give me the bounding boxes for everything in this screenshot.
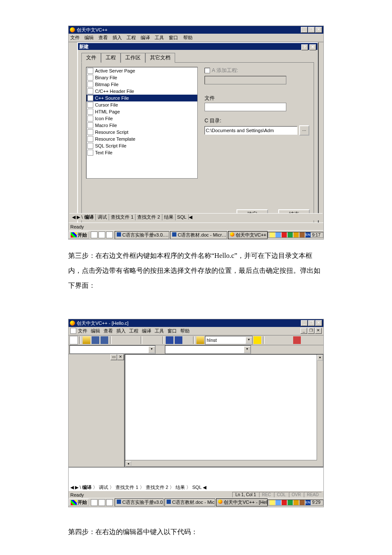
menu-insert[interactable]: 插入	[116, 328, 126, 334]
menu-help[interactable]: 帮助	[183, 35, 193, 40]
workspace-icon[interactable]	[165, 336, 174, 344]
tray-icon[interactable]	[300, 232, 305, 237]
output-tab-find2[interactable]: 查找文件 2	[135, 214, 162, 220]
tray-icon[interactable]	[300, 500, 305, 505]
open-icon[interactable]	[82, 336, 91, 344]
mdi-restore-button[interactable]: ❐	[308, 328, 314, 334]
find-icon[interactable]	[253, 336, 262, 344]
menu-insert[interactable]: 插入	[112, 35, 122, 40]
maximize-button[interactable]: ❐	[308, 320, 315, 326]
project-combo[interactable]	[205, 76, 286, 84]
dialog-close-button[interactable]: ✕	[309, 44, 316, 50]
output-tab-debug[interactable]: 调试	[99, 485, 108, 490]
find-in-files-icon[interactable]	[196, 336, 205, 344]
menu-tools[interactable]: 工具	[155, 35, 164, 40]
menu-view[interactable]: 查看	[98, 35, 108, 40]
menu-build[interactable]: 编译	[141, 35, 150, 40]
network-icon[interactable]	[276, 500, 281, 505]
cut-icon[interactable]	[113, 336, 121, 344]
output-tab-find1[interactable]: 查找文件 1	[109, 214, 135, 220]
ie-icon[interactable]	[91, 231, 98, 238]
go-icon[interactable]	[302, 336, 310, 344]
redo-icon[interactable]	[153, 336, 161, 344]
menu-edit[interactable]: 编辑	[84, 35, 94, 40]
horizontal-scrollbar[interactable]: ◂	[125, 460, 317, 466]
menu-file[interactable]: 文件	[78, 328, 87, 334]
desktop-icon[interactable]	[98, 499, 105, 506]
output-tab-sql[interactable]: SQL	[192, 485, 202, 490]
mdi-close-button[interactable]: ✕	[315, 328, 322, 334]
save-all-icon[interactable]	[100, 336, 109, 344]
output-tab-results[interactable]: 结果	[162, 214, 176, 220]
menu-view[interactable]: 查看	[104, 328, 113, 334]
menu-build[interactable]: 编译	[142, 328, 151, 334]
media-icon[interactable]	[106, 231, 113, 238]
tab-file[interactable]: 文件	[81, 53, 101, 63]
mdi-minimize-button[interactable]: _	[300, 328, 307, 334]
tray-icon[interactable]	[282, 232, 287, 237]
find-combo[interactable]: hInst ▾	[205, 336, 253, 344]
compile-icon[interactable]	[266, 336, 274, 344]
menu-project[interactable]: 工程	[127, 35, 136, 40]
minimize-button[interactable]: _	[301, 27, 308, 33]
chevron-down-icon[interactable]: ▾	[245, 337, 252, 344]
output-tab-build[interactable]: 编译	[83, 214, 96, 220]
build-icon[interactable]	[275, 336, 283, 344]
volume-icon[interactable]	[270, 232, 275, 237]
output-tab-debug[interactable]: 调试	[96, 214, 109, 220]
member-combo[interactable]: ▾	[165, 345, 251, 354]
menu-help[interactable]: 帮助	[180, 328, 190, 334]
breakpoint-icon[interactable]	[311, 336, 319, 344]
menu-edit[interactable]: 编辑	[91, 328, 100, 334]
undo-icon[interactable]	[144, 336, 152, 344]
tab-workspace[interactable]: 工作区	[121, 53, 145, 63]
output-icon[interactable]	[174, 336, 183, 344]
ime-icon[interactable]: EN	[306, 500, 311, 505]
media-icon[interactable]	[106, 499, 113, 506]
paste-icon[interactable]	[131, 336, 139, 344]
output-tab-find1[interactable]: 查找文件 1	[115, 485, 138, 490]
code-editor[interactable]: ▴ ◂	[125, 354, 323, 467]
menu-file[interactable]: 文件	[70, 35, 80, 40]
close-button[interactable]: ✕	[315, 320, 322, 326]
directory-input[interactable]: C:\Documents and Settings\Adm	[205, 126, 297, 135]
execute-icon[interactable]	[293, 336, 301, 344]
tab-other[interactable]: 其它文档	[145, 53, 175, 63]
menu-window[interactable]: 窗口	[169, 35, 178, 40]
ie-icon[interactable]	[91, 499, 98, 506]
desktop-icon[interactable]	[98, 231, 105, 238]
pane-close-icon[interactable]: ✕	[117, 354, 124, 360]
start-button[interactable]: 开始	[69, 231, 89, 239]
network-icon[interactable]	[276, 232, 281, 237]
maximize-button[interactable]: ❐	[308, 27, 315, 33]
browse-button[interactable]: …	[299, 125, 309, 136]
file-name-input[interactable]	[205, 103, 286, 111]
copy-icon[interactable]	[122, 336, 130, 344]
minimize-button[interactable]: _	[301, 320, 308, 326]
dialog-help-button[interactable]: ?	[301, 44, 308, 50]
menu-project[interactable]: 工程	[129, 328, 138, 334]
menu-tools[interactable]: 工具	[155, 328, 164, 334]
start-button[interactable]: 开始	[69, 499, 89, 506]
tab-project[interactable]: 工程	[101, 53, 121, 63]
wizard-icon[interactable]	[252, 345, 260, 354]
menu-window[interactable]: 窗口	[167, 328, 177, 334]
file-type-list[interactable]: Active Server Page Binary File Bitmap Fi…	[86, 67, 198, 179]
stop-build-icon[interactable]	[284, 336, 292, 344]
class-combo[interactable]: ▾	[69, 345, 156, 354]
output-tab-sql[interactable]: SQL	[176, 214, 189, 220]
volume-icon[interactable]	[270, 500, 275, 505]
workspace-pane[interactable]: ▭ ✕	[69, 354, 125, 467]
tray-icon[interactable]	[288, 500, 293, 505]
save-icon[interactable]	[91, 336, 100, 344]
tray-icon[interactable]	[282, 500, 287, 505]
close-button[interactable]: ✕	[315, 27, 322, 33]
tray-icon[interactable]	[288, 232, 293, 237]
output-tab-results[interactable]: 结果	[176, 485, 185, 490]
window-list-icon[interactable]	[183, 336, 192, 344]
new-icon[interactable]	[69, 336, 78, 344]
ime-icon[interactable]: EN	[306, 232, 311, 237]
tray-icon[interactable]	[294, 500, 299, 505]
add-to-project-checkbox[interactable]	[205, 68, 210, 73]
output-tab-build[interactable]: 编译	[82, 485, 92, 490]
